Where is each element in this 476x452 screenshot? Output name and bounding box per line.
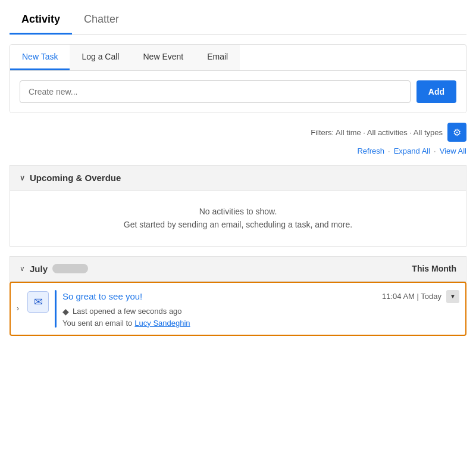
- july-chevron-icon: ∨: [20, 264, 25, 273]
- activity-sent-row: You sent an email to Lucy Sandeghin: [62, 319, 459, 328]
- empty-line2: Get started by sending an email, schedul…: [20, 218, 456, 231]
- tab-chatter[interactable]: Chatter: [72, 6, 131, 35]
- activity-time: 11:04 AM | Today ▼: [382, 290, 459, 303]
- upcoming-section-header[interactable]: ∨ Upcoming & Overdue: [10, 165, 466, 191]
- dropdown-arrow-icon: ▼: [450, 293, 456, 300]
- filters-text: Filters: All time · All activities · All…: [311, 128, 443, 137]
- expand-arrow-button[interactable]: ›: [11, 283, 25, 335]
- expand-all-link[interactable]: Expand All: [394, 146, 430, 155]
- this-month-label: This Month: [412, 264, 456, 273]
- july-label: July: [30, 264, 48, 274]
- action-tab-new-task[interactable]: New Task: [10, 45, 70, 70]
- action-tab-bar: New Task Log a Call New Event Email: [10, 45, 466, 71]
- add-button[interactable]: Add: [416, 80, 456, 103]
- sep2: ·: [434, 146, 436, 155]
- view-all-link[interactable]: View All: [440, 146, 466, 155]
- refresh-link[interactable]: Refresh: [357, 146, 384, 155]
- july-section-header[interactable]: ∨ July This Month: [10, 256, 466, 282]
- action-tab-new-event[interactable]: New Event: [131, 45, 195, 70]
- sent-prefix: You sent an email to: [62, 319, 132, 328]
- upcoming-chevron-icon: ∨: [20, 174, 25, 182]
- email-icon-wrapper: ✉: [25, 283, 55, 335]
- activity-title-row: So great to see you! 11:04 AM | Today ▼: [62, 290, 459, 303]
- activity-item: › ✉ So great to see you! 11:04 AM | Toda…: [10, 282, 466, 336]
- action-tab-log-call[interactable]: Log a Call: [70, 45, 131, 70]
- upcoming-label: Upcoming & Overdue: [30, 173, 121, 183]
- activity-time-text: 11:04 AM | Today: [382, 292, 441, 301]
- filters-row: Filters: All time · All activities · All…: [10, 123, 466, 142]
- expand-arrow-icon: ›: [17, 304, 19, 313]
- july-count-badge: [52, 264, 88, 273]
- sep1: ·: [388, 146, 390, 155]
- gear-icon: ⚙: [453, 127, 461, 138]
- create-input[interactable]: [20, 80, 411, 103]
- sent-to-link[interactable]: Lucy Sandeghin: [134, 319, 190, 328]
- action-tab-email[interactable]: Email: [195, 45, 240, 70]
- action-tab-content: Add: [10, 71, 466, 113]
- opened-icon: ◆: [62, 307, 69, 316]
- upcoming-section-title: ∨ Upcoming & Overdue: [20, 173, 121, 183]
- links-row: Refresh · Expand All · View All: [10, 146, 466, 155]
- activity-sub-line: ◆ Last opened a few seconds ago: [62, 307, 459, 316]
- email-icon-box: ✉: [27, 291, 49, 313]
- filters-gear-button[interactable]: ⚙: [447, 123, 466, 142]
- action-card: New Task Log a Call New Event Email Add: [10, 44, 466, 113]
- activity-title[interactable]: So great to see you!: [62, 291, 142, 301]
- email-icon: ✉: [34, 295, 43, 308]
- activity-sub-text: Last opened a few seconds ago: [73, 307, 182, 316]
- upcoming-empty-state: No activities to show. Get started by se…: [10, 191, 466, 247]
- activity-dropdown-button[interactable]: ▼: [446, 290, 459, 303]
- empty-line1: No activities to show.: [20, 205, 456, 218]
- activity-content: So great to see you! 11:04 AM | Today ▼ …: [57, 283, 465, 335]
- tab-activity[interactable]: Activity: [10, 6, 72, 35]
- july-section-left: ∨ July: [20, 264, 88, 274]
- create-row: Add: [20, 80, 456, 103]
- main-tab-header: Activity Chatter: [10, 6, 466, 35]
